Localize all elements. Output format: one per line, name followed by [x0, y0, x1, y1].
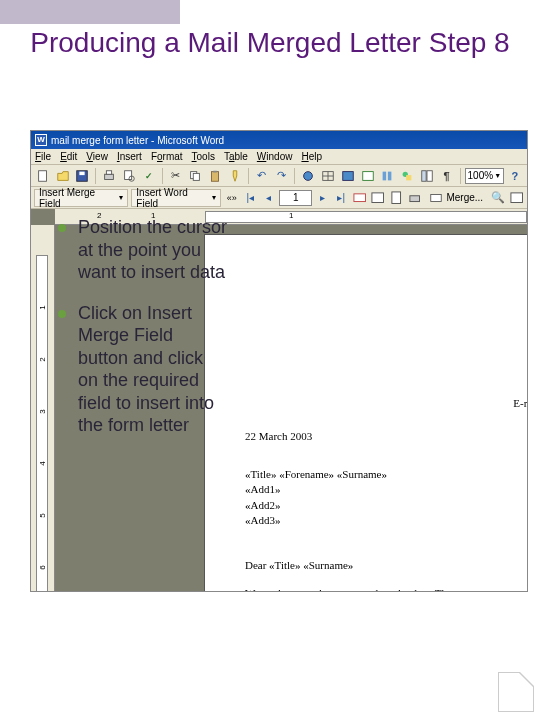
slide-title: Producing a Mail Merged Letter Step 8 [10, 26, 530, 60]
bullet-text: Click on Insert Merge Field button and c… [78, 303, 214, 436]
svg-rect-18 [388, 171, 392, 180]
paste-icon[interactable] [206, 167, 224, 185]
tables-borders-icon[interactable] [319, 167, 337, 185]
find-record-icon[interactable]: 🔍 [490, 190, 505, 206]
drawing-icon[interactable] [398, 167, 416, 185]
insert-merge-field-label: Insert Merge Field [39, 187, 116, 209]
sender-address-line: FY [245, 357, 528, 372]
word-app-icon: W [35, 134, 47, 146]
svg-rect-25 [392, 192, 401, 204]
show-hide-icon[interactable]: ¶ [438, 167, 456, 185]
svg-point-11 [304, 171, 313, 180]
svg-rect-8 [194, 173, 200, 180]
svg-rect-28 [510, 193, 522, 203]
svg-rect-21 [422, 170, 426, 181]
record-counter[interactable]: 1 [279, 190, 312, 206]
document-page[interactable]: A1 A Th L FY Tel (01 E-mail A1@ 22 March… [205, 235, 528, 592]
svg-rect-15 [343, 171, 354, 180]
merge-button[interactable]: Merge... [425, 189, 487, 207]
spellcheck-icon[interactable]: ✓ [140, 167, 158, 185]
svg-rect-9 [212, 171, 219, 181]
sender-address-line: A1 A [245, 311, 528, 326]
menu-insert[interactable]: Insert [117, 151, 142, 162]
page-curl-decoration [498, 672, 534, 712]
bullet-item: Position the cursor at the point you wan… [58, 216, 228, 284]
svg-rect-4 [107, 170, 112, 174]
svg-rect-3 [105, 174, 114, 179]
sender-address-line: L [245, 342, 528, 357]
open-icon[interactable] [54, 167, 72, 185]
bullet-text: Position the cursor at the point you wan… [78, 217, 227, 282]
mail-merge-toolbar: Insert Merge Field ▾ Insert Word Field ▾… [31, 187, 527, 209]
svg-rect-27 [431, 194, 442, 201]
help-icon[interactable]: ? [506, 167, 524, 185]
letter-content: A1 A Th L FY Tel (01 E-mail A1@ 22 March… [245, 311, 528, 592]
doc-map-icon[interactable] [418, 167, 436, 185]
svg-rect-16 [362, 171, 373, 180]
print-preview-icon[interactable] [120, 167, 138, 185]
decorative-stripe [0, 0, 180, 24]
insert-table-icon[interactable] [339, 167, 357, 185]
prev-record-icon[interactable]: ◂ [261, 190, 276, 206]
salutation: Dear «Title» «Surname» [245, 558, 528, 573]
next-record-icon[interactable]: ▸ [315, 190, 330, 206]
zoom-select[interactable]: 100% ▼ [465, 168, 505, 184]
new-doc-icon[interactable] [34, 167, 52, 185]
menu-tools[interactable]: Tools [192, 151, 215, 162]
menubar: File Edit View Insert Format Tools Table… [31, 149, 527, 165]
columns-icon[interactable] [378, 167, 396, 185]
menu-file[interactable]: File [35, 151, 51, 162]
undo-icon[interactable]: ↶ [253, 167, 271, 185]
svg-rect-10 [213, 170, 217, 172]
mail-merge-helper-icon[interactable] [352, 190, 367, 206]
edit-data-source-icon[interactable] [509, 190, 524, 206]
excel-icon[interactable] [359, 167, 377, 185]
merge-field-line: «Title» «Forename» «Surname» [245, 467, 528, 482]
menu-window[interactable]: Window [257, 151, 293, 162]
bullet-item: Click on Insert Merge Field button and c… [58, 302, 228, 437]
svg-rect-5 [125, 170, 132, 179]
menu-view[interactable]: View [86, 151, 108, 162]
body-paragraph: We are happy to have you on board at las… [245, 586, 528, 592]
insert-word-field-label: Insert Word Field [136, 187, 209, 209]
slide-bullets: Position the cursor at the point you wan… [58, 216, 228, 455]
svg-rect-20 [406, 175, 411, 180]
insert-word-field-button[interactable]: Insert Word Field ▾ [131, 189, 221, 207]
window-title: mail merge form letter - Microsoft Word [51, 135, 224, 146]
menu-edit[interactable]: Edit [60, 151, 77, 162]
first-record-icon[interactable]: |◂ [243, 190, 258, 206]
standard-toolbar: ✓ ✂ ↶ ↷ ¶ 100% ▼ ? [31, 165, 527, 187]
menu-format[interactable]: Format [151, 151, 183, 162]
bullet-dot-icon [58, 310, 66, 318]
merge-printer-icon[interactable] [407, 190, 422, 206]
menu-help[interactable]: Help [301, 151, 322, 162]
merge-new-doc-icon[interactable] [389, 190, 404, 206]
cut-icon[interactable]: ✂ [167, 167, 185, 185]
chevron-down-icon: ▼ [494, 172, 501, 179]
save-icon[interactable] [74, 167, 92, 185]
sender-address-line: Th [245, 326, 528, 341]
chevron-down-icon: ▾ [119, 193, 123, 202]
chevron-down-icon: ▾ [212, 193, 216, 202]
svg-rect-23 [354, 194, 366, 202]
check-errors-icon[interactable] [370, 190, 385, 206]
merge-field-line: «Add2» [245, 498, 528, 513]
insert-merge-field-button[interactable]: Insert Merge Field ▾ [34, 189, 128, 207]
merge-field-line: «Add1» [245, 482, 528, 497]
merge-label: Merge... [446, 192, 483, 203]
svg-rect-2 [80, 171, 85, 175]
copy-icon[interactable] [186, 167, 204, 185]
svg-rect-17 [383, 171, 387, 180]
svg-rect-0 [39, 170, 47, 181]
last-record-icon[interactable]: ▸| [333, 190, 348, 206]
titlebar: W mail merge form letter - Microsoft Wor… [31, 131, 527, 149]
view-merged-data-icon[interactable]: «» [224, 190, 239, 206]
vertical-ruler: 1 2 3 4 5 6 [31, 225, 55, 592]
print-icon[interactable] [100, 167, 118, 185]
format-painter-icon[interactable] [226, 167, 244, 185]
redo-icon[interactable]: ↷ [273, 167, 291, 185]
sender-tel: Tel (01 [245, 381, 528, 396]
hyperlink-icon[interactable] [299, 167, 317, 185]
menu-table[interactable]: Table [224, 151, 248, 162]
letter-date: 22 March 2003 [245, 429, 528, 444]
